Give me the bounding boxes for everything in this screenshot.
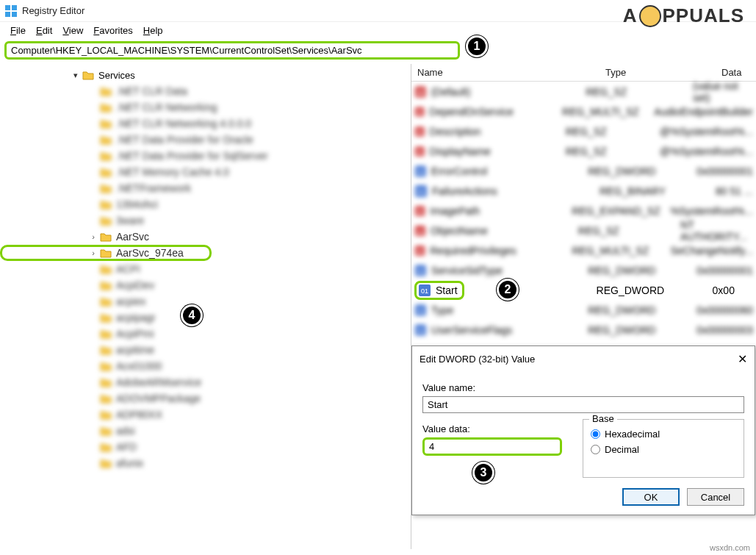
value-row[interactable]: 01StartREG_DWORD0x00 <box>411 280 756 300</box>
radio-hexadecimal[interactable]: Hexadecimal <box>591 429 736 440</box>
tree-item[interactable]: .NETFramework <box>0 180 411 196</box>
svg-text:01: 01 <box>421 287 428 295</box>
tree-item[interactable]: acpitime <box>0 342 411 358</box>
tree-item[interactable]: ›AarSvc_974ea <box>0 245 212 261</box>
value-data: @%SystemRoot%... <box>660 126 753 137</box>
tree-item-label: ADOVMPPackage <box>116 393 201 404</box>
value-row[interactable]: 01ErrorControlREG_DWORD0x00000001 <box>411 161 756 181</box>
tree-item[interactable]: AcpiPmi <box>0 326 411 342</box>
tree-item-label: 3ware <box>116 215 144 226</box>
folder-icon <box>100 409 112 420</box>
tree-item[interactable]: adsi <box>0 423 411 439</box>
tree-item[interactable]: .NET CLR Data <box>0 83 411 99</box>
tree-item[interactable]: 3ware <box>0 212 411 229</box>
tree-item[interactable]: AdobeARMservice <box>0 374 411 390</box>
value-row[interactable]: ab(Default)REG_SZ(value not set) <box>411 82 756 101</box>
cancel-button[interactable]: Cancel <box>687 488 744 506</box>
tree-item[interactable]: ›AarSvc <box>0 229 411 245</box>
tree-item[interactable]: .NET CLR Networking 4.0.0.0 <box>0 115 411 132</box>
base-group: Base Hexadecimal Decimal <box>583 419 744 478</box>
value-row[interactable]: abDisplayNameREG_SZ@%SystemRoot%... <box>411 141 756 161</box>
tree-item-services[interactable]: ▾ Services <box>0 67 411 83</box>
ok-button[interactable]: OK <box>622 488 680 506</box>
close-icon[interactable]: ✕ <box>738 352 747 366</box>
menu-favorites[interactable]: Favorites <box>89 24 137 37</box>
value-data: 0x00000001 <box>696 265 753 276</box>
svg-text:ab: ab <box>417 148 422 155</box>
tree-pane[interactable]: ▾ Services .NET CLR Data.NET CLR Network… <box>0 64 411 549</box>
menu-file[interactable]: File <box>6 24 30 37</box>
tree-item-label: acpipagr <box>116 312 156 323</box>
tree-item[interactable]: Acx01000 <box>0 358 411 374</box>
tree-item[interactable]: .NET Memory Cache 4.0 <box>0 164 411 180</box>
value-type: REG_DWORD <box>588 324 696 336</box>
tree-item[interactable]: 1394ohci <box>0 196 411 212</box>
tree-item[interactable]: .NET Data Provider for SqlServer <box>0 148 411 164</box>
tree-item[interactable]: ACPI <box>0 261 411 277</box>
value-row[interactable]: abDependOnServiceREG_MULTI_SZAudioEndpoi… <box>411 101 756 121</box>
tree-item-label: .NET CLR Networking 4.0.0.0 <box>116 118 251 129</box>
value-row[interactable]: 01FailureActionsREG_BINARY80 51 ... <box>411 181 756 201</box>
value-data-input[interactable] <box>429 441 555 452</box>
value-type: REG_DWORD <box>588 165 696 177</box>
string-value-icon: ab <box>414 85 427 99</box>
tree-item[interactable]: ADOVMPPackage <box>0 390 411 407</box>
address-bar[interactable]: Computer\HKEY_LOCAL_MACHINE\SYSTEM\Curre… <box>4 41 460 60</box>
chevron-right-icon[interactable]: › <box>88 232 98 241</box>
radio-hex-input[interactable] <box>591 429 600 439</box>
value-data: %SystemRoot%... <box>670 205 753 217</box>
value-type: REG_SZ <box>566 126 660 137</box>
svg-text:ab: ab <box>417 208 422 215</box>
menu-help[interactable]: Help <box>139 24 168 37</box>
tree-item[interactable]: AFD <box>0 439 411 455</box>
radio-decimal[interactable]: Decimal <box>591 444 736 455</box>
value-name: ErrorControl <box>431 165 588 177</box>
folder-icon <box>100 135 112 145</box>
value-row[interactable]: abImagePathREG_EXPAND_SZ%SystemRoot%... <box>411 201 756 221</box>
radio-dec-input[interactable] <box>591 445 600 454</box>
svg-text:01: 01 <box>417 267 425 274</box>
tree-item[interactable]: afunix <box>0 455 411 471</box>
window-title: Registry Editor <box>22 5 84 16</box>
value-row[interactable]: 01TypeREG_DWORD0x00000060 <box>411 300 756 320</box>
folder-icon <box>100 361 112 371</box>
value-row[interactable]: abRequiredPrivilegesREG_MULTI_SZSeChange… <box>411 240 756 260</box>
chevron-down-icon[interactable]: ▾ <box>71 71 81 80</box>
tree-item[interactable]: acpiex <box>0 293 411 309</box>
menu-view[interactable]: View <box>58 24 87 37</box>
col-header-name[interactable]: Name <box>411 67 600 78</box>
value-row[interactable]: 01ServiceSidTypeREG_DWORD0x00000001 <box>411 260 756 280</box>
value-row[interactable]: 01UserServiceFlagsREG_DWORD0x00000003 <box>411 320 756 340</box>
tree-item[interactable]: .NET Data Provider for Oracle <box>0 132 411 148</box>
value-name: FailureActions <box>432 185 600 197</box>
value-name: ServiceSidType <box>431 265 588 276</box>
value-data: 0x00 <box>713 284 735 296</box>
tree-item-label: AarSvc <box>116 231 149 243</box>
string-value-icon: ab <box>414 244 425 257</box>
svg-text:01: 01 <box>417 307 425 314</box>
tree-item[interactable]: acpipagr <box>0 309 411 326</box>
base-label: Base <box>589 413 617 424</box>
value-row[interactable]: abObjectNameREG_SZNT AUTHORITY... <box>411 221 756 240</box>
col-header-data[interactable]: Data <box>716 67 756 78</box>
values-pane[interactable]: Name Type Data ab(Default)REG_SZ(value n… <box>411 64 756 549</box>
tree-item-label: .NET Data Provider for Oracle <box>116 134 253 146</box>
tree-item[interactable]: .NET CLR Networking <box>0 99 411 115</box>
tree-item-label: ACPI <box>116 263 140 275</box>
value-name: ImagePath <box>430 205 572 217</box>
value-data: 0x00000001 <box>696 165 753 177</box>
svg-rect-2 <box>5 12 10 17</box>
value-type: REG_BINARY <box>600 185 716 197</box>
tree-item-label: AcpiPmi <box>116 328 154 340</box>
value-row[interactable]: abDescriptionREG_SZ@%SystemRoot%... <box>411 121 756 141</box>
menu-edit[interactable]: Edit <box>32 24 57 37</box>
tree-item[interactable]: AcpiDev <box>0 277 411 293</box>
chevron-right-icon[interactable]: › <box>88 248 98 257</box>
tree-item[interactable]: ADP80XX <box>0 407 411 423</box>
svg-text:ab: ab <box>417 110 422 115</box>
value-name-input[interactable] <box>422 396 744 413</box>
folder-icon <box>100 199 112 210</box>
value-type: REG_DWORD <box>588 265 696 276</box>
col-header-type[interactable]: Type <box>600 67 716 78</box>
svg-text:ab: ab <box>417 228 424 234</box>
